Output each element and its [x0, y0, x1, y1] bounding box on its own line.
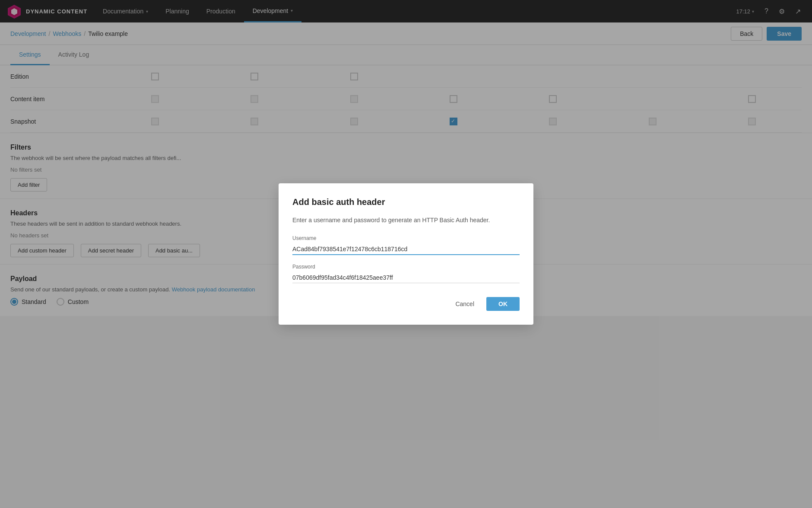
password-input[interactable] [292, 272, 520, 283]
dialog-actions: Cancel OK [292, 297, 520, 311]
password-label: Password [292, 264, 520, 270]
modal-overlay: Add basic auth header Enter a username a… [0, 0, 812, 508]
dialog-title: Add basic auth header [292, 197, 520, 207]
dialog-description: Enter a username and password to generat… [292, 216, 520, 225]
username-label: Username [292, 235, 520, 241]
form-group-password: Password [292, 264, 520, 283]
username-input[interactable] [292, 244, 520, 255]
form-group-username: Username [292, 235, 520, 255]
dialog-add-basic-auth: Add basic auth header Enter a username a… [279, 183, 533, 325]
cancel-button[interactable]: Cancel [448, 297, 481, 311]
ok-button[interactable]: OK [486, 297, 520, 311]
